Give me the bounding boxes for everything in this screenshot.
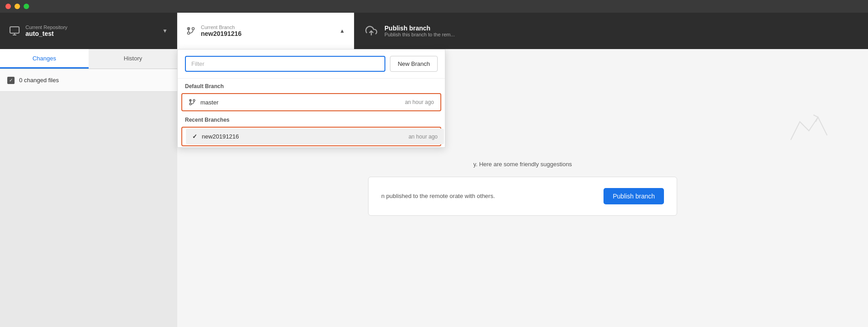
repo-name: auto_test bbox=[25, 30, 67, 37]
new-branch-button[interactable]: New Branch bbox=[390, 56, 438, 72]
master-branch-name: master bbox=[200, 99, 400, 106]
branch-selector[interactable]: Current Branch new20191216 ▲ bbox=[177, 13, 354, 49]
svg-point-10 bbox=[190, 103, 191, 105]
checkbox-icon[interactable]: ✓ bbox=[7, 77, 15, 84]
new20191216-branch-highlighted: ✓ new20191216 an hour ago bbox=[181, 127, 441, 146]
chevron-down-icon: ▼ bbox=[162, 28, 168, 34]
master-branch-item[interactable]: master an hour ago bbox=[182, 94, 440, 110]
title-bar bbox=[0, 0, 868, 13]
repository-selector[interactable]: Current Repository auto_test ▼ bbox=[0, 13, 177, 49]
changed-files-count: 0 changed files bbox=[19, 77, 59, 84]
tabs-bar: Changes History bbox=[0, 49, 177, 69]
tab-history[interactable]: History bbox=[89, 49, 177, 69]
app-header: Current Repository auto_test ▼ Current B… bbox=[0, 13, 868, 49]
repo-label: Current Repository bbox=[25, 25, 67, 30]
svg-point-9 bbox=[193, 99, 195, 101]
branch-label: Current Branch bbox=[201, 25, 242, 30]
publish-section[interactable]: Publish branch Publish this branch to th… bbox=[354, 13, 868, 49]
tab-changes[interactable]: Changes bbox=[0, 49, 89, 69]
filter-input[interactable] bbox=[185, 56, 385, 72]
repo-text: Current Repository auto_test bbox=[25, 25, 67, 37]
master-branch-time: an hour ago bbox=[405, 99, 434, 105]
svg-point-4 bbox=[192, 28, 195, 30]
publish-header-text: Publish branch Publish this branch to th… bbox=[384, 25, 455, 37]
publish-card-description: n published to the remote orate with oth… bbox=[381, 192, 594, 201]
decoration-icon bbox=[786, 113, 832, 151]
check-icon: ✓ bbox=[192, 133, 197, 140]
svg-point-5 bbox=[188, 32, 190, 35]
publish-header-subtitle: Publish this branch to the rem... bbox=[384, 32, 455, 37]
branch-dropdown: New Branch Default Branch master an hour… bbox=[177, 49, 445, 148]
close-button[interactable] bbox=[5, 4, 11, 9]
dropdown-header: New Branch bbox=[178, 50, 445, 79]
recent-branch-section-label: Recent Branches bbox=[178, 112, 445, 126]
new20191216-branch-time: an hour ago bbox=[409, 134, 438, 140]
default-branch-section-label: Default Branch bbox=[178, 79, 445, 92]
publish-card: n published to the remote orate with oth… bbox=[368, 177, 677, 216]
new20191216-branch-item[interactable]: ✓ new20191216 an hour ago bbox=[186, 129, 444, 144]
branch-item-icon bbox=[189, 99, 196, 106]
master-branch-highlighted: master an hour ago bbox=[181, 93, 441, 111]
branch-icon bbox=[186, 26, 195, 35]
suggestion-text: y. Here are some friendly suggestions bbox=[473, 161, 572, 168]
new20191216-branch-name: new20191216 bbox=[202, 133, 404, 140]
svg-rect-0 bbox=[10, 27, 19, 33]
minimize-button[interactable] bbox=[15, 4, 20, 9]
changed-files-row: ✓ 0 changed files bbox=[0, 69, 177, 92]
branch-name: new20191216 bbox=[201, 30, 242, 37]
branch-text: Current Branch new20191216 bbox=[201, 25, 242, 37]
publish-header-title: Publish branch bbox=[384, 25, 455, 32]
monitor-icon bbox=[9, 25, 20, 36]
publish-branch-button[interactable]: Publish branch bbox=[604, 188, 664, 204]
chevron-up-icon: ▲ bbox=[339, 28, 345, 34]
maximize-button[interactable] bbox=[24, 4, 29, 9]
upload-cloud-icon bbox=[365, 25, 377, 37]
